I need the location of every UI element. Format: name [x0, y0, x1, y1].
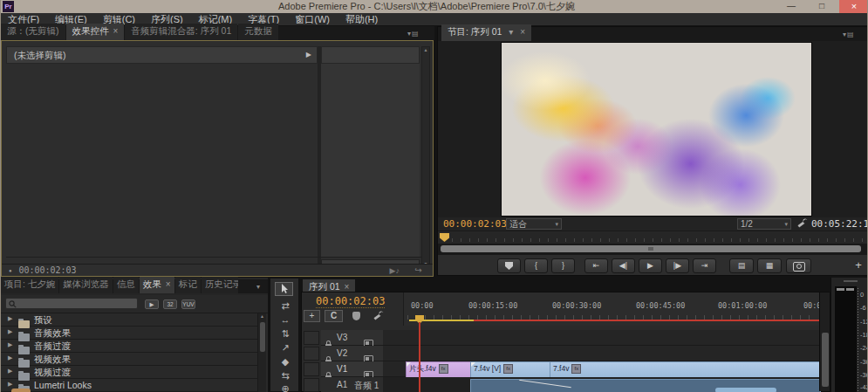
- extract-button[interactable]: ▦: [757, 258, 782, 273]
- track-name[interactable]: V2: [337, 348, 347, 358]
- program-horizontal-scrollbar[interactable]: [438, 244, 868, 254]
- track-pre-column[interactable]: [304, 331, 319, 345]
- close-icon[interactable]: ×: [520, 27, 525, 37]
- scrollbar-thumb[interactable]: [441, 245, 861, 252]
- tab-effects[interactable]: 效果×: [140, 277, 174, 293]
- mark-in-button[interactable]: {: [524, 258, 548, 273]
- search-input[interactable]: [5, 298, 138, 309]
- close-icon[interactable]: ×: [345, 282, 350, 292]
- minimize-button[interactable]: —: [780, 0, 803, 13]
- nest-insert-toggle-icon[interactable]: +: [304, 310, 320, 322]
- maximize-button[interactable]: □: [810, 0, 833, 13]
- play-button[interactable]: ▶: [639, 258, 662, 273]
- rolling-edit-tool[interactable]: ⇅: [270, 327, 300, 340]
- track-name[interactable]: A1: [337, 380, 347, 389]
- tree-scrollbar[interactable]: ▲: [257, 313, 266, 392]
- track-header-v1[interactable]: V1: [321, 361, 383, 377]
- timeline-settings-wrench-icon[interactable]: [373, 310, 385, 321]
- program-time-ruler[interactable]: [438, 230, 868, 244]
- panel-menu-icon[interactable]: ▾: [256, 283, 261, 291]
- tab-audio-clip-mixer[interactable]: 音频剪辑混合器: 序列 01: [125, 24, 237, 40]
- track-name[interactable]: V1: [337, 364, 347, 374]
- list-item-audio-effects[interactable]: ▶ 音频效果: [1, 327, 257, 340]
- close-icon[interactable]: ×: [166, 279, 171, 289]
- track-select-tool[interactable]: ⇄: [270, 299, 300, 312]
- list-item-lumetri-looks[interactable]: ▶ Lumetri Looks: [1, 379, 257, 392]
- track-content-v3[interactable]: [383, 330, 819, 346]
- panel-menu-icon[interactable]: ▾▤: [843, 31, 855, 38]
- play-audio-icon[interactable]: ▶♪: [390, 265, 400, 277]
- panel-menu-icon[interactable]: ▾▤: [407, 30, 420, 38]
- track-name[interactable]: V3: [337, 333, 347, 342]
- selection-tool[interactable]: [275, 282, 293, 296]
- fit-dropdown[interactable]: 适合▾: [506, 218, 562, 230]
- menu-help[interactable]: 帮助(H): [345, 13, 378, 26]
- list-item-video-transitions[interactable]: ▶ 视频过渡: [1, 366, 257, 379]
- tab-history[interactable]: 历史记录: [202, 277, 238, 293]
- tab-info[interactable]: 信息: [113, 277, 139, 293]
- razor-tool[interactable]: ◆: [270, 355, 300, 368]
- panel-drag-handle[interactable]: [844, 280, 858, 282]
- timeline-vertical-scrollbar[interactable]: [819, 292, 830, 391]
- slip-tool[interactable]: ⇆: [270, 369, 300, 382]
- tab-effect-controls[interactable]: 效果控件×: [66, 24, 125, 40]
- chevron-down-icon[interactable]: ▾: [509, 27, 513, 37]
- clip-7-f4v-2[interactable]: 7.f4vfx: [550, 361, 821, 378]
- tab-project[interactable]: 项目: 七夕婉: [1, 277, 58, 293]
- tab-source-monitor[interactable]: 源：(无剪辑): [1, 24, 65, 40]
- step-forward-button[interactable]: |▶: [666, 258, 689, 273]
- goto-out-button[interactable]: ⇥: [693, 258, 716, 273]
- tab-markers[interactable]: 标记: [175, 277, 201, 293]
- list-item-video-effects[interactable]: ▶ 视频效果: [1, 353, 257, 366]
- effect-controls-timecode[interactable]: 00:00:02:03: [18, 265, 76, 275]
- menu-window[interactable]: 窗口(W): [295, 13, 330, 26]
- export-frame-button[interactable]: [786, 258, 811, 273]
- vertical-scrollbar[interactable]: ▲ ▼: [421, 46, 430, 267]
- close-button[interactable]: ×: [839, 0, 868, 13]
- mark-out-button[interactable]: }: [551, 258, 575, 273]
- scrollbar-thumb[interactable]: [822, 333, 829, 387]
- disclosure-icon[interactable]: ▶: [8, 381, 12, 388]
- 32bit-filter-icon[interactable]: 32: [163, 299, 177, 309]
- scroll-up-icon[interactable]: ▲: [258, 313, 266, 319]
- timeline-timecode[interactable]: 00:00:02:03: [316, 295, 385, 308]
- add-marker-button[interactable]: [497, 258, 521, 273]
- track-header-v3[interactable]: V3: [321, 330, 383, 346]
- track-header-v2[interactable]: V2: [321, 346, 383, 361]
- track-pre-column[interactable]: [304, 362, 319, 376]
- export-icon[interactable]: ↪: [415, 265, 422, 277]
- step-back-button[interactable]: ◀|: [612, 258, 635, 273]
- expand-arrow-icon[interactable]: ▶: [306, 47, 311, 63]
- disclosure-icon[interactable]: ▶: [8, 341, 12, 348]
- track-pre-column[interactable]: [304, 378, 319, 392]
- tab-media-browser[interactable]: 媒体浏览器: [59, 277, 113, 293]
- lift-button[interactable]: ▤: [729, 258, 754, 273]
- track-pre-column[interactable]: [304, 347, 319, 361]
- clip-piantou-f4v[interactable]: 片头.f4vfx: [406, 361, 472, 378]
- snap-toggle-icon[interactable]: C: [325, 310, 343, 322]
- track-content-v2[interactable]: [383, 346, 819, 361]
- playback-resolution-dropdown[interactable]: 1/2▾: [737, 218, 791, 230]
- disclosure-icon[interactable]: ▶: [8, 315, 12, 322]
- add-marker-icon[interactable]: [352, 312, 360, 320]
- yuv-filter-icon[interactable]: YUV: [181, 299, 195, 309]
- disclosure-icon[interactable]: ▶: [8, 368, 12, 375]
- goto-in-button[interactable]: ⇤: [584, 258, 608, 273]
- settings-wrench-icon[interactable]: [797, 217, 809, 229]
- playhead-marker-icon[interactable]: [440, 233, 449, 242]
- clip-7-f4v-audio[interactable]: [470, 379, 821, 392]
- ripple-edit-tool[interactable]: ↔: [270, 313, 300, 326]
- scroll-up-icon[interactable]: ▲: [422, 47, 429, 52]
- tab-program-monitor[interactable]: 节目: 序列 01 ▾ ×: [441, 24, 531, 41]
- close-icon[interactable]: ×: [113, 26, 119, 36]
- list-item-presets[interactable]: ▶ 预设: [1, 313, 257, 327]
- program-current-timecode[interactable]: 00:00:02:03: [443, 218, 507, 230]
- tab-metadata[interactable]: 元数据: [238, 24, 278, 40]
- playhead-line[interactable]: [419, 322, 420, 392]
- clip-7-f4v-video[interactable]: 7.f4v [V]fx: [470, 361, 551, 378]
- rate-stretch-tool[interactable]: ↗: [270, 341, 300, 354]
- track-header-a1[interactable]: A1 音频 1: [321, 377, 383, 392]
- button-editor-plus[interactable]: +: [851, 258, 865, 273]
- tab-sequence-01[interactable]: 序列 01×: [303, 279, 355, 292]
- scrollbar-thumb[interactable]: [260, 322, 265, 352]
